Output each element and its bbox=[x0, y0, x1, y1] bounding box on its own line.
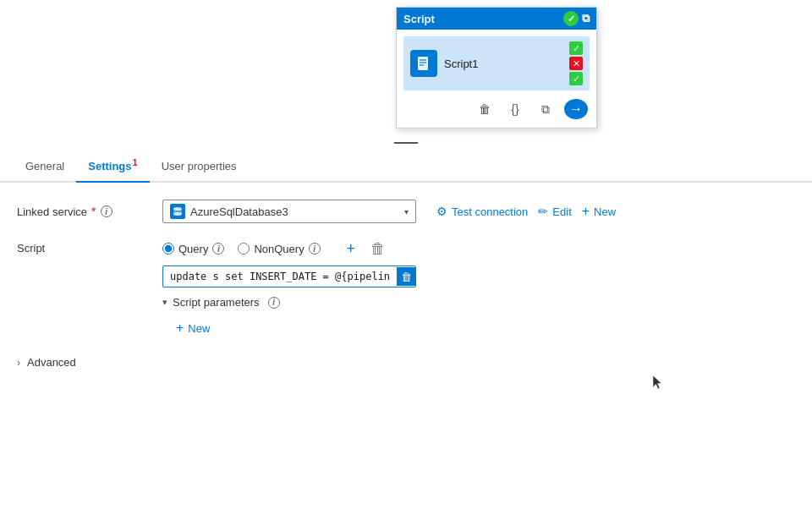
status-check2-icon: ✓ bbox=[569, 72, 583, 85]
edit-icon: ✏ bbox=[538, 205, 548, 218]
nonquery-radio-label[interactable]: NonQuery i bbox=[238, 243, 320, 255]
arrow-button[interactable]: → bbox=[564, 99, 588, 119]
script-item-name: Script1 bbox=[444, 57, 478, 70]
popup-title: Script bbox=[403, 13, 435, 25]
params-header[interactable]: ▾ Script parameters i bbox=[162, 296, 795, 309]
script-form-row: Script Query i NonQuery i + 🗑 bbox=[17, 238, 795, 339]
tab-general[interactable]: General bbox=[14, 153, 76, 181]
new-param-plus-icon: + bbox=[176, 320, 184, 336]
popup-check-icon[interactable]: ✓ bbox=[563, 11, 579, 26]
svg-point-6 bbox=[173, 212, 182, 216]
params-info-icon[interactable]: i bbox=[268, 297, 280, 309]
linked-service-actions: ⚙ Test connection ✏ Edit + New bbox=[436, 204, 616, 219]
query-radio-label[interactable]: Query i bbox=[162, 243, 224, 255]
script-controls: Query i NonQuery i + 🗑 🗑 bbox=[162, 238, 795, 339]
params-chevron-icon: ▾ bbox=[162, 297, 167, 308]
advanced-chevron-icon: › bbox=[17, 357, 20, 369]
status-check-icon: ✓ bbox=[569, 41, 583, 55]
edit-link[interactable]: ✏ Edit bbox=[538, 205, 571, 218]
linked-service-dropdown[interactable]: AzureSqlDatabase3 ▾ bbox=[162, 200, 416, 223]
delete-script-button[interactable]: 🗑 bbox=[368, 238, 388, 259]
advanced-label: Advanced bbox=[27, 356, 76, 369]
script-input[interactable] bbox=[163, 266, 397, 287]
status-x-icon: ✕ bbox=[569, 57, 583, 70]
copy-button[interactable]: ⧉ bbox=[534, 99, 557, 119]
script-toolbar: 🗑 {} ⧉ → bbox=[403, 96, 590, 121]
main-content: Linked service * i AzureSqlDatabase3 ▾ ⚙ bbox=[0, 186, 812, 531]
add-script-button[interactable]: + bbox=[341, 238, 361, 259]
required-star: * bbox=[91, 205, 96, 218]
query-info-icon[interactable]: i bbox=[212, 243, 224, 255]
script-item-left: Script1 bbox=[410, 50, 478, 77]
divider bbox=[0, 142, 812, 144]
script-item-icon bbox=[410, 50, 437, 77]
linked-service-info-icon[interactable]: i bbox=[101, 205, 112, 217]
script-popup-body: Script1 ✓ ✕ ✓ 🗑 {} ⧉ → bbox=[397, 30, 596, 128]
test-connection-link[interactable]: ⚙ Test connection bbox=[436, 205, 528, 218]
script-params: ▾ Script parameters i + New bbox=[162, 296, 795, 339]
dropdown-chevron-icon: ▾ bbox=[404, 207, 409, 216]
popup-header-icons: ✓ ⧉ bbox=[563, 11, 590, 26]
script-item-status-icons: ✓ ✕ ✓ bbox=[569, 41, 583, 85]
db-icon bbox=[170, 204, 185, 219]
divider-dash bbox=[394, 142, 418, 144]
tab-settings[interactable]: Settings1 bbox=[76, 151, 149, 183]
plus-icon: + bbox=[582, 204, 590, 219]
code-button[interactable]: {} bbox=[503, 99, 527, 119]
params-label: Script parameters bbox=[173, 296, 260, 309]
popup-header-left: Script bbox=[403, 13, 435, 25]
new-linked-service-link[interactable]: + New bbox=[582, 204, 616, 219]
popup-expand-icon[interactable]: ⧉ bbox=[582, 12, 590, 25]
delete-button[interactable]: 🗑 bbox=[473, 99, 497, 119]
advanced-header[interactable]: › Advanced bbox=[17, 356, 795, 369]
nonquery-radio[interactable] bbox=[238, 243, 250, 255]
tabs-bar: General Settings1 User properties bbox=[0, 151, 812, 183]
linked-service-label: Linked service * i bbox=[17, 205, 152, 218]
nonquery-info-icon[interactable]: i bbox=[309, 243, 321, 255]
radio-group: Query i NonQuery i + 🗑 bbox=[162, 238, 795, 259]
script-label: Script bbox=[17, 242, 152, 255]
script-input-wrap: 🗑 bbox=[162, 266, 416, 287]
tab-user-properties[interactable]: User properties bbox=[150, 153, 249, 181]
script-popup-header: Script ✓ ⧉ bbox=[397, 8, 596, 30]
svg-rect-0 bbox=[418, 57, 428, 70]
advanced-section: › Advanced bbox=[17, 356, 795, 369]
script-popup: Script ✓ ⧉ Script1 ✓ ✕ bbox=[396, 7, 597, 129]
linked-service-value: AzureSqlDatabase3 bbox=[190, 205, 288, 218]
script-add-del: + 🗑 bbox=[341, 238, 388, 259]
new-param-button[interactable]: + New bbox=[176, 317, 210, 339]
test-connection-icon: ⚙ bbox=[436, 205, 447, 218]
settings-badge: 1 bbox=[133, 157, 138, 167]
script-item[interactable]: Script1 ✓ ✕ ✓ bbox=[403, 36, 590, 90]
linked-service-row: Linked service * i AzureSqlDatabase3 ▾ ⚙ bbox=[17, 200, 795, 223]
dropdown-left: AzureSqlDatabase3 bbox=[170, 204, 288, 219]
script-input-delete-button[interactable]: 🗑 bbox=[397, 267, 415, 286]
query-radio[interactable] bbox=[162, 243, 174, 255]
